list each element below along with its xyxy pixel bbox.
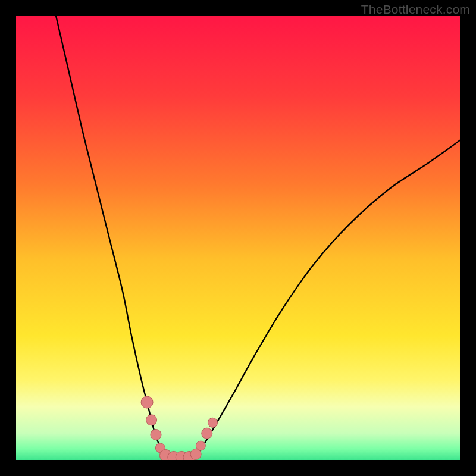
watermark-text: TheBottleneck.com bbox=[361, 2, 470, 17]
marker-dot bbox=[196, 441, 205, 450]
marker-dot bbox=[208, 418, 217, 427]
chart-frame: TheBottleneck.com bbox=[0, 0, 476, 476]
marker-dot bbox=[151, 429, 161, 440]
marker-dot bbox=[146, 415, 157, 425]
marker-dot bbox=[202, 428, 212, 439]
bottleneck-chart bbox=[16, 16, 460, 460]
marker-dot bbox=[141, 396, 153, 408]
gradient-background bbox=[16, 16, 460, 460]
